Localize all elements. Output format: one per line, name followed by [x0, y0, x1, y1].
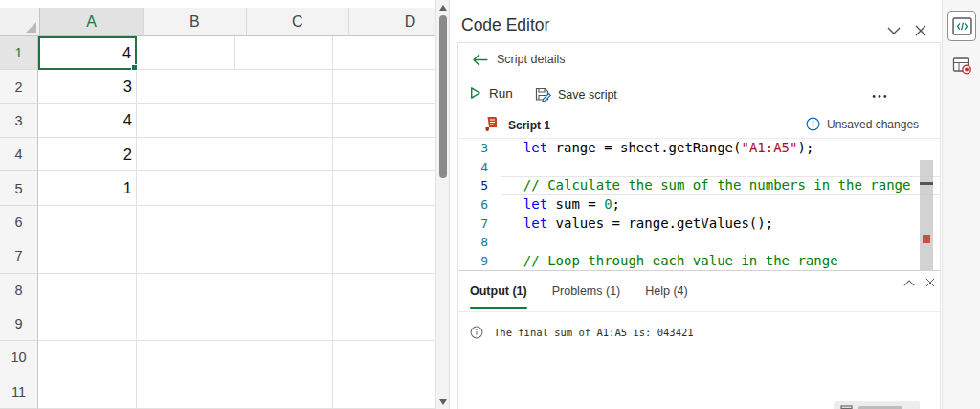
- row-header-5[interactable]: 5: [0, 171, 38, 205]
- row-header-6[interactable]: 6: [0, 206, 38, 239]
- cell-B5[interactable]: [137, 171, 235, 205]
- cell-C11[interactable]: [234, 375, 333, 409]
- line-number-7: 7: [458, 215, 501, 234]
- cell-B9[interactable]: [137, 307, 235, 341]
- cell-A11[interactable]: [38, 375, 137, 409]
- code-line-8[interactable]: 8: [458, 233, 940, 252]
- cell-A9[interactable]: [38, 307, 137, 341]
- cell-C2[interactable]: [234, 70, 333, 103]
- record-actions-button[interactable]: [947, 51, 976, 80]
- cell-B4[interactable]: [137, 138, 235, 171]
- monaco-code-editor[interactable]: 3 let range = sheet.getRange("A1:A5");45…: [458, 139, 940, 271]
- code-line-5[interactable]: 5 // Calculate the sum of the numbers in…: [458, 176, 940, 195]
- column-header-B[interactable]: B: [144, 8, 247, 36]
- cell-B3[interactable]: [137, 104, 235, 138]
- cell-C3[interactable]: [234, 104, 333, 138]
- editor-scrollbar-thumb[interactable]: [920, 160, 933, 271]
- code-editor-icon: [952, 17, 972, 35]
- cell-C1[interactable]: [235, 36, 333, 70]
- column-header-A[interactable]: A: [40, 8, 144, 36]
- code-token: [507, 216, 523, 231]
- cell-B11[interactable]: [137, 375, 235, 409]
- select-all-triangle-icon: [26, 22, 36, 33]
- ellipsis-icon: [871, 94, 888, 99]
- column-header-C[interactable]: C: [247, 8, 350, 36]
- scroll-up-icon[interactable]: [439, 5, 447, 11]
- row-header-11[interactable]: 11: [0, 375, 38, 409]
- back-to-script-details[interactable]: Script details: [472, 53, 566, 66]
- cell-D6[interactable]: [333, 206, 450, 239]
- cell-B8[interactable]: [137, 274, 235, 307]
- cell-C7[interactable]: [234, 239, 333, 273]
- cell-D9[interactable]: [333, 307, 450, 341]
- panel-close-button[interactable]: [912, 23, 929, 38]
- cell-A8[interactable]: [38, 274, 137, 307]
- scroll-down-icon[interactable]: [439, 399, 447, 405]
- output-collapse-button[interactable]: [902, 277, 916, 288]
- cell-A6[interactable]: [38, 206, 137, 239]
- cell-D2[interactable]: [333, 70, 450, 103]
- line-number-3: 3: [458, 139, 501, 158]
- cell-A2[interactable]: 3: [38, 70, 137, 103]
- code-line-6[interactable]: 6 let sum = 0;: [458, 195, 940, 215]
- save-script-button[interactable]: Save script: [534, 86, 617, 102]
- partially-visible-button[interactable]: [834, 401, 920, 409]
- row-header-8[interactable]: 8: [0, 274, 38, 307]
- sheet-row-1: 14: [0, 36, 450, 70]
- tab-help[interactable]: Help (4): [645, 284, 687, 302]
- save-icon: [534, 86, 551, 102]
- row-header-10[interactable]: 10: [0, 341, 38, 375]
- cell-C5[interactable]: [234, 171, 333, 205]
- cell-C8[interactable]: [234, 274, 333, 307]
- cell-B2[interactable]: [137, 70, 235, 103]
- cell-A5[interactable]: 1: [38, 171, 137, 205]
- cell-D1[interactable]: [333, 36, 450, 70]
- row-header-1[interactable]: 1: [0, 36, 38, 70]
- cell-D3[interactable]: [333, 104, 450, 138]
- cell-B10[interactable]: [137, 341, 235, 375]
- code-editor-tab-button[interactable]: [947, 11, 976, 41]
- cell-D7[interactable]: [333, 239, 450, 273]
- cell-C4[interactable]: [234, 138, 333, 171]
- cell-A1[interactable]: 4: [38, 36, 137, 70]
- row-header-3[interactable]: 3: [0, 104, 38, 138]
- cell-C9[interactable]: [234, 307, 333, 341]
- cell-D10[interactable]: [333, 341, 450, 375]
- cell-D8[interactable]: [333, 274, 450, 307]
- cell-C10[interactable]: [234, 341, 333, 375]
- sheet-vertical-scrollbar[interactable]: [435, 0, 450, 409]
- tab-output[interactable]: Output (1): [470, 284, 527, 302]
- code-line-9[interactable]: 9 // Loop through each value in the rang…: [458, 252, 940, 271]
- output-close-button[interactable]: [924, 277, 937, 288]
- cell-B6[interactable]: [137, 206, 235, 239]
- cell-A3[interactable]: 4: [38, 104, 137, 138]
- select-all-corner[interactable]: [0, 8, 40, 36]
- cell-D11[interactable]: [333, 375, 450, 409]
- more-options-button[interactable]: [867, 87, 892, 104]
- cell-A10[interactable]: [38, 341, 137, 375]
- script-editor-card: Script details Run Save script: [457, 42, 941, 409]
- tab-problems[interactable]: Problems (1): [552, 284, 621, 302]
- cell-D5[interactable]: [333, 171, 450, 205]
- scrollbar-thumb[interactable]: [439, 15, 447, 178]
- code-line-3[interactable]: 3 let range = sheet.getRange("A1:A5");: [458, 139, 940, 158]
- code-token: [507, 253, 523, 268]
- cell-B7[interactable]: [137, 239, 235, 273]
- row-header-4[interactable]: 4: [0, 138, 38, 171]
- row-header-7[interactable]: 7: [0, 239, 38, 273]
- panel-collapse-button[interactable]: [885, 23, 902, 38]
- code-line-7[interactable]: 7 let values = range.getValues();: [458, 215, 940, 234]
- run-button[interactable]: Run: [468, 85, 513, 101]
- code-token: // Loop through each value in the range: [523, 253, 838, 268]
- code-token: let: [523, 140, 547, 155]
- row-header-9[interactable]: 9: [0, 307, 38, 341]
- cell-C6[interactable]: [234, 206, 333, 239]
- row-header-2[interactable]: 2: [0, 70, 38, 103]
- cell-A4[interactable]: 2: [38, 138, 137, 171]
- cell-A7[interactable]: [38, 239, 137, 273]
- cell-B1[interactable]: [137, 36, 234, 70]
- code-line-4[interactable]: 4: [458, 158, 940, 177]
- cell-D4[interactable]: [333, 138, 450, 171]
- script-name: Script 1: [508, 119, 550, 132]
- fill-handle[interactable]: [131, 64, 138, 71]
